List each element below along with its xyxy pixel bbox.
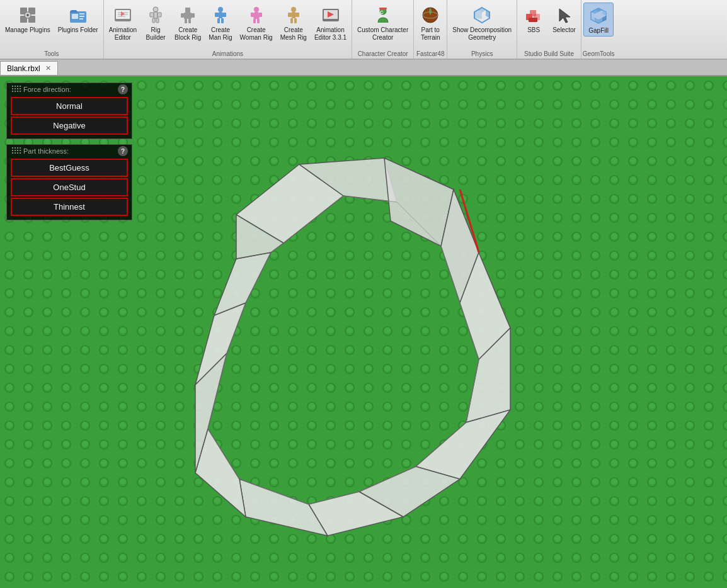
toolbar: Manage Plugins Plugins Folder — [0, 0, 727, 60]
part-thickness-panel: ⠿⠿ Part thickness: ? BestGuess OneStud T… — [6, 144, 132, 220]
svg-rect-41 — [288, 13, 292, 17]
toolbar-group-geomtools: GapFill GeomTools — [581, 0, 616, 59]
part-to-terrain-icon — [420, 5, 440, 25]
animation-editor-icon — [113, 5, 133, 25]
sbs-icon — [524, 5, 544, 25]
svg-text:C: C — [380, 9, 384, 15]
geomtools-group-wrap: GapFill GeomTools — [583, 0, 615, 59]
force-direction-drag-handle[interactable]: ⠿⠿ — [11, 84, 21, 94]
tab-blank-rbxl-close[interactable]: ✕ — [45, 64, 51, 72]
create-woman-rig-icon — [246, 5, 266, 25]
svg-rect-18 — [150, 13, 154, 17]
force-direction-header: ⠿⠿ Force direction: ? — [7, 83, 132, 96]
create-mesh-rig-button[interactable]: CreateMesh Rig — [277, 3, 311, 43]
bestguess-button[interactable]: BestGuess — [11, 159, 128, 177]
onestud-button[interactable]: OneStud — [11, 178, 128, 196]
selector-icon — [554, 5, 575, 25]
animations-group-wrap: AnimationEditor RigBuilder — [105, 0, 350, 59]
plugins-folder-button[interactable]: Plugins Folder — [54, 3, 102, 35]
svg-rect-24 — [181, 13, 184, 18]
geomtools-items: GapFill — [583, 0, 614, 50]
physics-items: Show DecompositionGeometry — [449, 0, 515, 50]
part-thickness-help-button[interactable]: ? — [118, 146, 128, 156]
geomtools-group-label: GeomTools — [583, 50, 615, 59]
custom-character-creator-icon: C — [373, 5, 393, 25]
tools-group-label: Tools — [1, 50, 102, 59]
svg-rect-61 — [529, 18, 537, 22]
fastcar48-group-label: Fastcar48 — [415, 50, 445, 59]
svg-rect-38 — [257, 19, 260, 23]
selector-label: Selector — [552, 26, 576, 34]
animation-editor-33-button[interactable]: AnimationEditor 3.3.1 — [311, 3, 350, 43]
svg-rect-32 — [217, 18, 220, 23]
plugins-folder-label: Plugins Folder — [58, 26, 98, 34]
custom-character-creator-label: Custom CharacterCreator — [357, 26, 408, 42]
create-man-rig-label: CreateMan Rig — [209, 26, 232, 42]
part-thickness-help-icon: ? — [121, 148, 125, 155]
create-block-rig-icon — [178, 5, 198, 25]
svg-rect-6 — [72, 14, 78, 19]
main-viewport: ⠿⠿ Force direction: ? Normal Negative ⠿⠿… — [0, 76, 727, 588]
animation-editor-button[interactable]: AnimationEditor — [105, 3, 140, 43]
svg-point-16 — [153, 7, 158, 12]
gapfill-button[interactable]: GapFill — [583, 3, 614, 37]
character-creator-items: C Custom CharacterCreator — [353, 0, 412, 50]
selector-button[interactable]: Selector — [549, 3, 580, 35]
force-direction-title: Force direction: — [23, 86, 71, 93]
manage-plugins-button[interactable]: Manage Plugins — [1, 3, 54, 35]
svg-rect-27 — [188, 19, 191, 23]
force-direction-help-button[interactable]: ? — [118, 84, 128, 94]
force-direction-panel: ⠿⠿ Force direction: ? Normal Negative — [6, 82, 132, 139]
sbs-button[interactable]: SBS — [518, 3, 549, 35]
tools-group-wrap: Manage Plugins Plugins Folder — [1, 0, 102, 59]
create-block-rig-button[interactable]: CreateBlock Rig — [171, 3, 205, 43]
toolbar-group-physics: Show DecompositionGeometry Physics — [447, 0, 517, 59]
create-man-rig-button[interactable]: CreateMan Rig — [205, 3, 236, 43]
rig-builder-button[interactable]: RigBuilder — [140, 3, 171, 43]
part-to-terrain-button[interactable]: Part toTerrain — [415, 3, 445, 43]
part-thickness-header-left: ⠿⠿ Part thickness: — [11, 146, 69, 156]
svg-rect-44 — [294, 18, 297, 23]
sbs-label: SBS — [527, 26, 540, 34]
part-thickness-header: ⠿⠿ Part thickness: ? — [7, 145, 132, 157]
force-direction-header-left: ⠿⠿ Force direction: — [11, 84, 71, 94]
toolbar-group-fastcar48: Part toTerrain Fastcar48 — [414, 0, 447, 59]
tools-items: Manage Plugins Plugins Folder — [1, 0, 102, 50]
panels-container: ⠿⠿ Force direction: ? Normal Negative ⠿⠿… — [6, 82, 132, 220]
create-woman-rig-label: CreateWoman Rig — [240, 26, 273, 42]
svg-rect-35 — [251, 13, 254, 17]
tabbar: Blank.rbxl ✕ — [0, 60, 727, 76]
physics-group-label: Physics — [449, 50, 515, 59]
fastcar48-items: Part toTerrain — [415, 0, 445, 50]
create-man-rig-icon — [210, 5, 231, 25]
create-mesh-rig-icon — [283, 5, 304, 25]
part-thickness-drag-handle[interactable]: ⠿⠿ — [11, 146, 21, 156]
part-thickness-title: Part thickness: — [23, 147, 69, 155]
svg-rect-40 — [292, 12, 295, 18]
svg-rect-36 — [259, 13, 262, 17]
create-mesh-rig-label: CreateMesh Rig — [280, 26, 307, 42]
svg-rect-22 — [185, 8, 190, 13]
character-creator-group-wrap: C Custom CharacterCreator Character Crea… — [353, 0, 412, 59]
tab-blank-rbxl[interactable]: Blank.rbxl ✕ — [0, 61, 58, 75]
rig-builder-icon — [146, 5, 166, 25]
svg-rect-25 — [192, 13, 195, 18]
negative-button[interactable]: Negative — [11, 116, 128, 135]
toolbar-group-tools: Manage Plugins Plugins Folder — [0, 0, 104, 59]
svg-rect-37 — [253, 19, 256, 23]
part-to-terrain-label: Part toTerrain — [421, 26, 440, 42]
svg-rect-19 — [157, 13, 161, 17]
create-woman-rig-button[interactable]: CreateWoman Rig — [236, 3, 277, 43]
svg-rect-43 — [290, 18, 293, 23]
svg-rect-21 — [156, 18, 159, 23]
svg-rect-17 — [154, 12, 157, 18]
force-direction-help-icon: ? — [121, 86, 125, 93]
svg-point-28 — [218, 7, 223, 12]
show-decomposition-geometry-button[interactable]: Show DecompositionGeometry — [449, 3, 515, 43]
normal-button[interactable]: Normal — [11, 97, 128, 115]
custom-character-creator-button[interactable]: C Custom CharacterCreator — [353, 3, 412, 43]
svg-rect-42 — [295, 13, 299, 17]
svg-rect-30 — [215, 13, 219, 17]
svg-rect-31 — [222, 13, 226, 17]
thinnest-button[interactable]: Thinnest — [11, 198, 128, 216]
